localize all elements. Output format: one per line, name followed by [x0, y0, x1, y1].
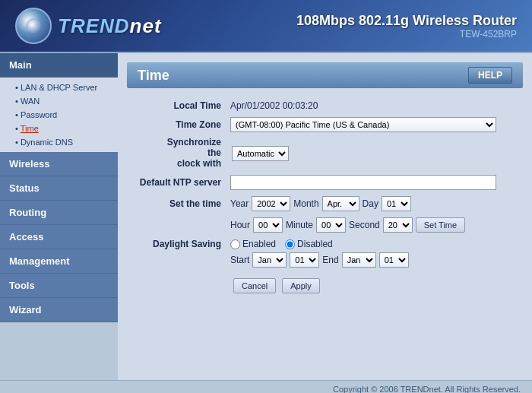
- daylight-end-label: End: [322, 255, 338, 265]
- set-time-label: Set the time: [127, 193, 226, 214]
- day-label: Day: [363, 198, 378, 209]
- set-time-button[interactable]: Set Time: [416, 217, 465, 233]
- form-table: Local Time Apr/01/2002 00:03:20 Time Zon…: [127, 97, 523, 271]
- year-label: Year: [230, 198, 249, 209]
- daylight-radio-group: Enabled Disabled: [230, 239, 518, 249]
- sidebar-section-main[interactable]: Main: [0, 53, 118, 78]
- button-row: Cancel Apply: [127, 278, 523, 293]
- minute-label: Minute: [286, 220, 313, 230]
- page-title-bar: Time HELP: [127, 62, 523, 88]
- daylight-start-month-select[interactable]: JanFebMar: [252, 252, 287, 268]
- content-area: Time HELP Local Time Apr/01/2002 00:03:2…: [118, 53, 532, 380]
- daylight-end-day-select[interactable]: 010215: [379, 252, 409, 268]
- router-info: 108Mbps 802.11g Wireless Router TEW-452B…: [296, 13, 517, 40]
- daylight-start-label: Start: [230, 255, 249, 265]
- router-title: 108Mbps 802.11g Wireless Router: [296, 13, 517, 29]
- time-zone-value: ‌(GMT-08:00) Pacific Time (US & Canada) …: [226, 114, 523, 135]
- local-time-row: Local Time Apr/01/2002 00:03:20: [127, 97, 523, 114]
- ntp-value: [226, 172, 523, 193]
- daylight-label: Daylight Saving: [127, 236, 226, 271]
- header: TRENDnet 108Mbps 802.11g Wireless Router…: [0, 0, 532, 53]
- sidebar-section-wizard[interactable]: Wizard: [0, 298, 118, 322]
- month-label: Month: [293, 198, 318, 209]
- sidebar-section-status[interactable]: Status: [0, 176, 118, 201]
- minute-select[interactable]: 000330: [316, 217, 346, 233]
- cancel-button[interactable]: Cancel: [233, 278, 276, 293]
- time-zone-label: Time Zone: [127, 114, 226, 135]
- month-select[interactable]: Jan.Feb.Mar. Apr.MayJun. Jul.Aug.Sep. Oc…: [322, 196, 359, 211]
- sidebar-item-time[interactable]: Time: [0, 122, 118, 135]
- sidebar-section-tools[interactable]: Tools: [0, 274, 118, 298]
- time-zone-row: Time Zone ‌(GMT-08:00) Pacific Time (US …: [127, 114, 523, 135]
- daylight-enabled-label[interactable]: Enabled: [230, 239, 276, 249]
- set-time-time-label: [127, 214, 226, 236]
- sync-value: Automatic Manual: [226, 135, 523, 172]
- main-layout: Main LAN & DHCP Server WAN Password Time…: [0, 53, 532, 380]
- year-select[interactable]: 200220032004: [252, 196, 290, 211]
- daylight-disabled-label[interactable]: Disabled: [285, 239, 333, 249]
- local-time-value: Apr/01/2002 00:03:20: [226, 97, 523, 114]
- date-group: Year 200220032004 Month Jan.Feb.Mar. Apr…: [230, 196, 518, 211]
- sidebar-main-subitems: LAN & DHCP Server WAN Password Time Dyna…: [0, 78, 118, 152]
- set-time-time: Hour 000112 Minute 000330 Second 200030 …: [226, 214, 523, 236]
- sidebar-item-password[interactable]: Password: [0, 108, 118, 122]
- router-model: TEW-452BRP: [296, 29, 517, 40]
- daylight-enabled-text: Enabled: [242, 239, 276, 249]
- sidebar-section-access[interactable]: Access: [0, 225, 118, 249]
- time-group: Hour 000112 Minute 000330 Second 200030 …: [230, 217, 518, 233]
- apply-button[interactable]: Apply: [282, 278, 320, 293]
- day-select[interactable]: 010203: [382, 196, 411, 211]
- brand-name: TRENDnet: [58, 14, 162, 38]
- hour-select[interactable]: 000112: [253, 217, 283, 233]
- set-time-date-row: Set the time Year 200220032004 Month Jan…: [127, 193, 523, 214]
- time-zone-select[interactable]: ‌(GMT-08:00) Pacific Time (US & Canada) …: [230, 117, 496, 132]
- sync-row: Synchronizetheclock with Automatic Manua…: [127, 135, 523, 172]
- page-title: Time: [138, 68, 169, 84]
- sync-label: Synchronizetheclock with: [127, 135, 226, 172]
- sidebar-item-dynamic-dns[interactable]: Dynamic DNS: [0, 135, 118, 149]
- set-time-date: Year 200220032004 Month Jan.Feb.Mar. Apr…: [226, 193, 523, 214]
- daylight-end-month-select[interactable]: JanFebMar: [342, 252, 376, 268]
- sidebar-section-wireless[interactable]: Wireless: [0, 152, 118, 176]
- sidebar-item-lan-dhcp[interactable]: LAN & DHCP Server: [0, 81, 118, 94]
- daylight-start-day-select[interactable]: 010215: [290, 252, 319, 268]
- ntp-input[interactable]: [230, 175, 496, 190]
- ntp-row: Default NTP server: [127, 172, 523, 193]
- daylight-range-group: Start JanFebMar 010215 End JanFebMar 010…: [230, 252, 518, 268]
- sidebar-section-routing[interactable]: Routing: [0, 201, 118, 225]
- sidebar-section-management[interactable]: Management: [0, 249, 118, 274]
- sidebar-item-wan[interactable]: WAN: [0, 94, 118, 108]
- sync-select[interactable]: Automatic Manual: [232, 146, 289, 161]
- footer: Copyright © 2006 TRENDnet. All Rights Re…: [0, 380, 532, 393]
- set-time-time-row: Hour 000112 Minute 000330 Second 200030 …: [127, 214, 523, 236]
- daylight-disabled-radio[interactable]: [285, 239, 295, 249]
- daylight-enabled-radio[interactable]: [230, 239, 240, 249]
- logo-area: TRENDnet: [15, 8, 162, 44]
- ntp-label: Default NTP server: [127, 172, 226, 193]
- second-select[interactable]: 200030: [383, 217, 413, 233]
- logo-icon: [15, 8, 52, 44]
- help-button[interactable]: HELP: [468, 67, 512, 84]
- hour-label: Hour: [230, 220, 250, 230]
- daylight-disabled-text: Disabled: [297, 239, 333, 249]
- sidebar: Main LAN & DHCP Server WAN Password Time…: [0, 53, 118, 380]
- daylight-row: Daylight Saving Enabled Disabled: [127, 236, 523, 271]
- copyright-text: Copyright © 2006 TRENDnet. All Rights Re…: [333, 385, 521, 393]
- local-time-label: Local Time: [127, 97, 226, 114]
- daylight-value: Enabled Disabled Start JanFebMar: [226, 236, 523, 271]
- second-label: Second: [349, 220, 380, 230]
